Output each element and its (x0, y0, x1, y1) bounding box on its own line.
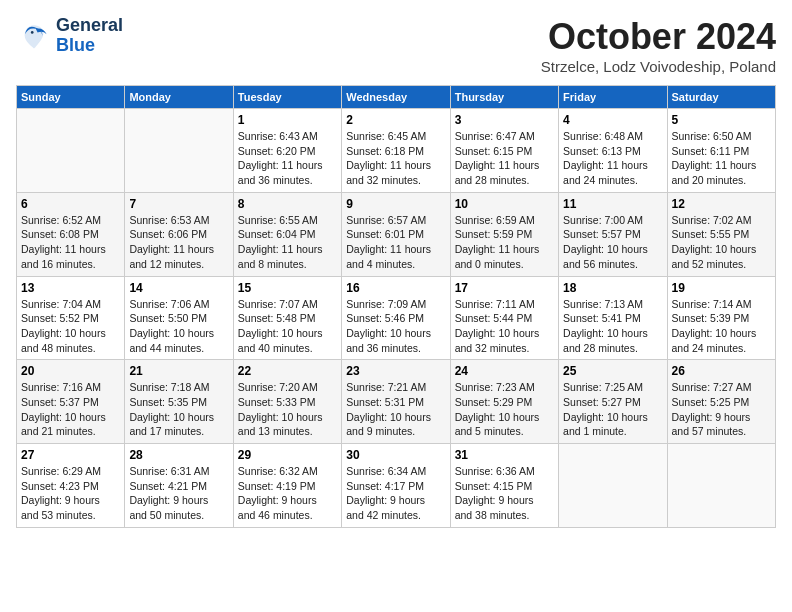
day-info: Sunrise: 6:47 AM Sunset: 6:15 PM Dayligh… (455, 129, 554, 188)
day-info: Sunrise: 6:36 AM Sunset: 4:15 PM Dayligh… (455, 464, 554, 523)
day-number: 27 (21, 448, 120, 462)
day-info: Sunrise: 6:57 AM Sunset: 6:01 PM Dayligh… (346, 213, 445, 272)
calendar-cell: 21Sunrise: 7:18 AM Sunset: 5:35 PM Dayli… (125, 360, 233, 444)
calendar-cell: 19Sunrise: 7:14 AM Sunset: 5:39 PM Dayli… (667, 276, 775, 360)
day-number: 20 (21, 364, 120, 378)
day-number: 26 (672, 364, 771, 378)
calendar-cell: 17Sunrise: 7:11 AM Sunset: 5:44 PM Dayli… (450, 276, 558, 360)
calendar-cell (17, 109, 125, 193)
day-info: Sunrise: 7:02 AM Sunset: 5:55 PM Dayligh… (672, 213, 771, 272)
calendar-cell: 20Sunrise: 7:16 AM Sunset: 5:37 PM Dayli… (17, 360, 125, 444)
location: Strzelce, Lodz Voivodeship, Poland (541, 58, 776, 75)
weekday-header: Monday (125, 86, 233, 109)
day-number: 11 (563, 197, 662, 211)
calendar-cell: 13Sunrise: 7:04 AM Sunset: 5:52 PM Dayli… (17, 276, 125, 360)
weekday-header: Wednesday (342, 86, 450, 109)
calendar-cell (667, 444, 775, 528)
day-number: 16 (346, 281, 445, 295)
weekday-header: Sunday (17, 86, 125, 109)
logo: General Blue (16, 16, 123, 56)
day-number: 9 (346, 197, 445, 211)
day-info: Sunrise: 6:55 AM Sunset: 6:04 PM Dayligh… (238, 213, 337, 272)
svg-point-0 (31, 31, 34, 34)
calendar-cell: 27Sunrise: 6:29 AM Sunset: 4:23 PM Dayli… (17, 444, 125, 528)
day-info: Sunrise: 7:11 AM Sunset: 5:44 PM Dayligh… (455, 297, 554, 356)
day-number: 1 (238, 113, 337, 127)
day-info: Sunrise: 7:21 AM Sunset: 5:31 PM Dayligh… (346, 380, 445, 439)
day-number: 10 (455, 197, 554, 211)
calendar-cell: 8Sunrise: 6:55 AM Sunset: 6:04 PM Daylig… (233, 192, 341, 276)
day-info: Sunrise: 6:43 AM Sunset: 6:20 PM Dayligh… (238, 129, 337, 188)
day-info: Sunrise: 6:50 AM Sunset: 6:11 PM Dayligh… (672, 129, 771, 188)
title-block: October 2024 Strzelce, Lodz Voivodeship,… (541, 16, 776, 75)
day-info: Sunrise: 6:29 AM Sunset: 4:23 PM Dayligh… (21, 464, 120, 523)
calendar-cell: 14Sunrise: 7:06 AM Sunset: 5:50 PM Dayli… (125, 276, 233, 360)
calendar-cell: 22Sunrise: 7:20 AM Sunset: 5:33 PM Dayli… (233, 360, 341, 444)
day-info: Sunrise: 7:09 AM Sunset: 5:46 PM Dayligh… (346, 297, 445, 356)
day-number: 7 (129, 197, 228, 211)
day-number: 31 (455, 448, 554, 462)
day-info: Sunrise: 7:13 AM Sunset: 5:41 PM Dayligh… (563, 297, 662, 356)
day-info: Sunrise: 6:32 AM Sunset: 4:19 PM Dayligh… (238, 464, 337, 523)
calendar-cell: 26Sunrise: 7:27 AM Sunset: 5:25 PM Dayli… (667, 360, 775, 444)
calendar-cell: 16Sunrise: 7:09 AM Sunset: 5:46 PM Dayli… (342, 276, 450, 360)
calendar-cell: 10Sunrise: 6:59 AM Sunset: 5:59 PM Dayli… (450, 192, 558, 276)
day-info: Sunrise: 7:07 AM Sunset: 5:48 PM Dayligh… (238, 297, 337, 356)
weekday-row: SundayMondayTuesdayWednesdayThursdayFrid… (17, 86, 776, 109)
day-number: 17 (455, 281, 554, 295)
weekday-header: Saturday (667, 86, 775, 109)
logo-blue: Blue (56, 36, 123, 56)
day-number: 12 (672, 197, 771, 211)
day-number: 2 (346, 113, 445, 127)
calendar-cell: 29Sunrise: 6:32 AM Sunset: 4:19 PM Dayli… (233, 444, 341, 528)
day-number: 23 (346, 364, 445, 378)
calendar-cell: 5Sunrise: 6:50 AM Sunset: 6:11 PM Daylig… (667, 109, 775, 193)
calendar-cell: 9Sunrise: 6:57 AM Sunset: 6:01 PM Daylig… (342, 192, 450, 276)
day-info: Sunrise: 7:04 AM Sunset: 5:52 PM Dayligh… (21, 297, 120, 356)
day-number: 8 (238, 197, 337, 211)
calendar-cell: 12Sunrise: 7:02 AM Sunset: 5:55 PM Dayli… (667, 192, 775, 276)
calendar-header: SundayMondayTuesdayWednesdayThursdayFrid… (17, 86, 776, 109)
day-info: Sunrise: 7:25 AM Sunset: 5:27 PM Dayligh… (563, 380, 662, 439)
calendar-table: SundayMondayTuesdayWednesdayThursdayFrid… (16, 85, 776, 528)
calendar-cell: 11Sunrise: 7:00 AM Sunset: 5:57 PM Dayli… (559, 192, 667, 276)
day-info: Sunrise: 6:48 AM Sunset: 6:13 PM Dayligh… (563, 129, 662, 188)
day-info: Sunrise: 6:45 AM Sunset: 6:18 PM Dayligh… (346, 129, 445, 188)
day-info: Sunrise: 7:27 AM Sunset: 5:25 PM Dayligh… (672, 380, 771, 439)
day-info: Sunrise: 7:20 AM Sunset: 5:33 PM Dayligh… (238, 380, 337, 439)
day-number: 29 (238, 448, 337, 462)
calendar-body: 1Sunrise: 6:43 AM Sunset: 6:20 PM Daylig… (17, 109, 776, 528)
day-number: 25 (563, 364, 662, 378)
day-info: Sunrise: 6:53 AM Sunset: 6:06 PM Dayligh… (129, 213, 228, 272)
page-header: General Blue October 2024 Strzelce, Lodz… (16, 16, 776, 75)
day-number: 21 (129, 364, 228, 378)
calendar-cell (559, 444, 667, 528)
weekday-header: Thursday (450, 86, 558, 109)
calendar-cell: 24Sunrise: 7:23 AM Sunset: 5:29 PM Dayli… (450, 360, 558, 444)
day-info: Sunrise: 6:59 AM Sunset: 5:59 PM Dayligh… (455, 213, 554, 272)
calendar-week-row: 13Sunrise: 7:04 AM Sunset: 5:52 PM Dayli… (17, 276, 776, 360)
day-info: Sunrise: 7:14 AM Sunset: 5:39 PM Dayligh… (672, 297, 771, 356)
day-number: 14 (129, 281, 228, 295)
calendar-cell: 2Sunrise: 6:45 AM Sunset: 6:18 PM Daylig… (342, 109, 450, 193)
day-number: 19 (672, 281, 771, 295)
day-number: 3 (455, 113, 554, 127)
calendar-week-row: 20Sunrise: 7:16 AM Sunset: 5:37 PM Dayli… (17, 360, 776, 444)
logo-text: General Blue (56, 16, 123, 56)
day-info: Sunrise: 7:18 AM Sunset: 5:35 PM Dayligh… (129, 380, 228, 439)
day-number: 13 (21, 281, 120, 295)
logo-icon (16, 18, 52, 54)
day-info: Sunrise: 6:52 AM Sunset: 6:08 PM Dayligh… (21, 213, 120, 272)
calendar-cell (125, 109, 233, 193)
calendar-cell: 3Sunrise: 6:47 AM Sunset: 6:15 PM Daylig… (450, 109, 558, 193)
day-number: 18 (563, 281, 662, 295)
day-info: Sunrise: 7:00 AM Sunset: 5:57 PM Dayligh… (563, 213, 662, 272)
weekday-header: Friday (559, 86, 667, 109)
day-info: Sunrise: 7:06 AM Sunset: 5:50 PM Dayligh… (129, 297, 228, 356)
day-number: 6 (21, 197, 120, 211)
calendar-cell: 15Sunrise: 7:07 AM Sunset: 5:48 PM Dayli… (233, 276, 341, 360)
day-number: 5 (672, 113, 771, 127)
calendar-cell: 4Sunrise: 6:48 AM Sunset: 6:13 PM Daylig… (559, 109, 667, 193)
calendar-cell: 30Sunrise: 6:34 AM Sunset: 4:17 PM Dayli… (342, 444, 450, 528)
day-info: Sunrise: 7:16 AM Sunset: 5:37 PM Dayligh… (21, 380, 120, 439)
